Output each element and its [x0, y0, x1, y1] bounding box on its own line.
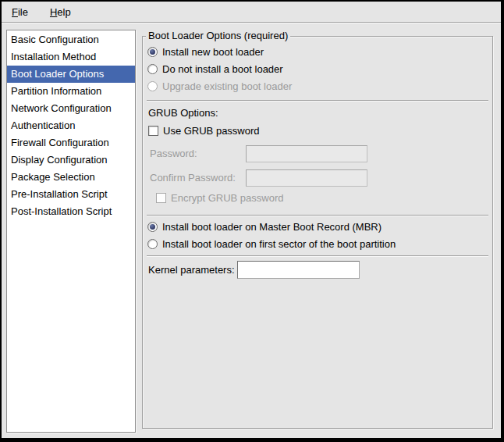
- radio-do-not-install-boot-loader[interactable]: Do not install a boot loader: [147, 63, 283, 75]
- kernel-parameters-row: Kernel parameters:: [148, 264, 235, 276]
- sidebar-item-boot-loader-options[interactable]: Boot Loader Options: [7, 66, 135, 83]
- confirm-password-label: Confirm Password:: [150, 172, 236, 184]
- grub-options-label: GRUB Options:: [148, 107, 218, 119]
- menu-file-rest: ile: [18, 6, 28, 18]
- checkbox-disabled-icon: [156, 193, 166, 203]
- kickstart-configurator-window: File Help Basic Configuration Installati…: [0, 0, 504, 442]
- separator: [147, 215, 488, 216]
- sidebar-item-display-configuration[interactable]: Display Configuration: [7, 151, 135, 169]
- boot-loader-options-frame: Boot Loader Options (required) Install n…: [142, 36, 493, 429]
- sidebar-item-pre-installation-script[interactable]: Pre-Installation Script: [7, 186, 135, 203]
- radio-upgrade-existing-boot-loader: Upgrade existing boot loader: [147, 80, 292, 92]
- radio-install-on-mbr[interactable]: Install boot loader on Master Boot Recor…: [147, 221, 382, 233]
- password-field[interactable]: [246, 145, 367, 162]
- separator: [147, 100, 488, 102]
- sidebar-item-network-configuration[interactable]: Network Configuration: [7, 100, 135, 117]
- menu-file[interactable]: File: [9, 5, 30, 20]
- use-grub-password-checkbox[interactable]: Use GRUB password: [148, 125, 260, 137]
- menu-help[interactable]: Help: [48, 5, 73, 20]
- sidebar-item-basic-configuration[interactable]: Basic Configuration: [7, 31, 135, 48]
- password-row: Password:: [150, 148, 197, 159]
- grub-options-section: GRUB Options:: [148, 107, 218, 119]
- radio-unselected-icon[interactable]: [147, 239, 158, 249]
- encrypt-grub-password-label: Encrypt GRUB password: [171, 192, 284, 204]
- category-list: Basic Configuration Installation Method …: [6, 30, 136, 433]
- radio-disabled-icon: [147, 81, 158, 91]
- sidebar-item-authentication[interactable]: Authentication: [7, 117, 135, 134]
- kernel-parameters-field[interactable]: [237, 261, 360, 279]
- radio-install-new-boot-loader[interactable]: Install new boot loader: [147, 46, 264, 58]
- use-grub-password-label: Use GRUB password: [163, 125, 260, 137]
- encrypt-grub-password-checkbox: Encrypt GRUB password: [156, 192, 284, 204]
- sidebar-item-firewall-configuration[interactable]: Firewall Configuration: [7, 134, 135, 151]
- menubar: File Help: [2, 2, 501, 23]
- confirm-password-row: Confirm Password:: [150, 172, 236, 184]
- frame-title: Boot Loader Options (required): [146, 30, 290, 41]
- separator: [147, 255, 488, 257]
- radio-selected-icon[interactable]: [147, 222, 158, 232]
- radio-selected-icon[interactable]: [147, 47, 158, 57]
- radio-install-new-label: Install new boot loader: [162, 46, 264, 58]
- menu-file-mnemonic: F: [12, 6, 18, 18]
- kernel-parameters-label: Kernel parameters:: [148, 264, 235, 276]
- password-label: Password:: [150, 148, 197, 159]
- radio-install-on-first-sector[interactable]: Install boot loader on first sector of t…: [147, 238, 396, 250]
- checkbox-unchecked-icon[interactable]: [148, 126, 158, 136]
- menu-help-mnemonic: H: [50, 6, 57, 18]
- radio-do-not-install-label: Do not install a boot loader: [162, 63, 283, 75]
- radio-upgrade-label: Upgrade existing boot loader: [162, 80, 292, 92]
- confirm-password-field[interactable]: [246, 169, 367, 187]
- radio-install-on-mbr-label: Install boot loader on Master Boot Recor…: [162, 221, 382, 233]
- sidebar-item-installation-method[interactable]: Installation Method: [7, 48, 135, 66]
- sidebar-item-package-selection[interactable]: Package Selection: [7, 169, 135, 186]
- radio-unselected-icon[interactable]: [147, 64, 158, 74]
- menu-help-rest: elp: [57, 6, 70, 18]
- radio-install-on-first-sector-label: Install boot loader on first sector of t…: [162, 238, 396, 250]
- sidebar-item-post-installation-script[interactable]: Post-Installation Script: [7, 203, 135, 220]
- sidebar-item-partition-information[interactable]: Partition Information: [7, 83, 135, 100]
